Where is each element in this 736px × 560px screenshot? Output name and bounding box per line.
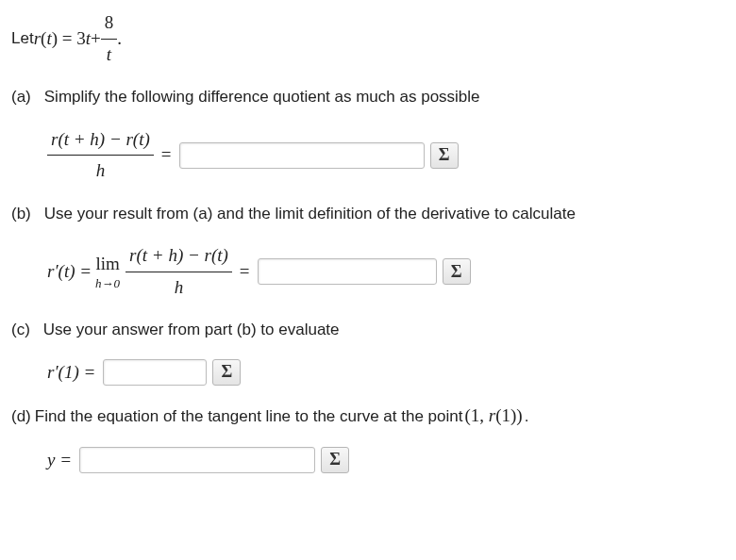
- expr-c: r′(1) =: [47, 359, 95, 387]
- part-d-text-before: Find the equation of the tangent line to…: [35, 404, 463, 429]
- answer-input-c[interactable]: [103, 359, 207, 386]
- expr-d: y =: [47, 447, 72, 474]
- answer-input-d[interactable]: [79, 447, 315, 473]
- part-c-expression-row: r′(1) = Σ: [47, 359, 725, 387]
- part-d-point: (1, r(1)): [464, 403, 522, 430]
- intro-r: r: [34, 25, 41, 53]
- diff-quotient-b-den: h: [125, 272, 232, 302]
- intro-frac-den: t: [101, 39, 118, 69]
- equation-editor-button-b[interactable]: Σ: [443, 258, 471, 285]
- problem-intro: Let r ( t ) = 3 t + 8 t .: [11, 9, 725, 68]
- part-b-label: (b): [11, 202, 31, 226]
- equation-editor-button-a[interactable]: Σ: [430, 142, 459, 169]
- equals-b: =: [240, 258, 250, 286]
- equation-editor-button-c[interactable]: Σ: [212, 359, 241, 386]
- answer-input-a[interactable]: [179, 142, 425, 169]
- answer-input-b[interactable]: [258, 258, 437, 285]
- part-c-text: Use your answer from part (b) to evaluat…: [43, 318, 340, 342]
- equation-editor-button-d[interactable]: Σ: [321, 447, 349, 473]
- part-d-label: (d): [11, 404, 31, 429]
- intro-prefix: Let: [11, 26, 34, 51]
- intro-fraction: 8 t: [101, 9, 118, 68]
- diff-quotient-a-den: h: [47, 155, 154, 185]
- part-a-expression-row: r(t + h) − r(t) h = Σ: [47, 126, 725, 185]
- diff-quotient-b-num: r(t + h) − r(t): [125, 242, 232, 272]
- part-c-header: (c) Use your answer from part (b) to eva…: [11, 318, 725, 342]
- intro-plus: +: [91, 25, 101, 53]
- part-b-text: Use your result from (a) and the limit d…: [44, 202, 576, 226]
- diff-quotient-a-num: r(t + h) − r(t): [47, 126, 154, 156]
- part-d-expression-row: y = Σ: [47, 447, 725, 474]
- intro-period: .: [117, 25, 122, 53]
- part-b-header: (b) Use your result from (a) and the lim…: [11, 202, 725, 226]
- intro-frac-num: 8: [101, 9, 118, 39]
- limit: lim h→0: [95, 251, 120, 293]
- part-a-label: (a): [11, 85, 31, 109]
- intro-after-t: ) = 3: [52, 25, 86, 53]
- part-b-expression-row: r′(t) = lim h→0 r(t + h) − r(t) h = Σ: [47, 242, 725, 301]
- part-a-text: Simplify the following difference quotie…: [44, 85, 480, 109]
- diff-quotient-a: r(t + h) − r(t) h: [47, 126, 154, 185]
- equals-a: =: [161, 141, 172, 169]
- limit-bot: h→0: [95, 274, 120, 293]
- part-a-header: (a) Simplify the following difference qu…: [11, 85, 725, 109]
- part-d-text-after: .: [525, 404, 529, 429]
- limit-top: lim: [95, 251, 120, 278]
- diff-quotient-b: r(t + h) − r(t) h: [125, 242, 232, 301]
- part-c-label: (c): [11, 318, 30, 342]
- part-d-header: (d) Find the equation of the tangent lin…: [11, 403, 725, 430]
- expr-b-lhs: r′(t) =: [47, 258, 92, 286]
